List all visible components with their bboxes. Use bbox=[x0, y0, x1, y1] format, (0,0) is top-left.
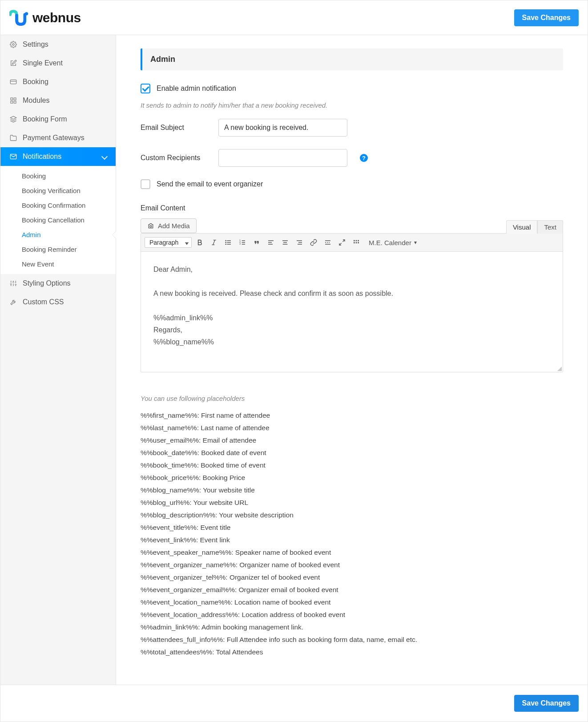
brand-name: webnus bbox=[32, 10, 81, 25]
save-button-bottom[interactable]: Save Changes bbox=[514, 695, 579, 712]
svg-rect-2 bbox=[10, 80, 16, 84]
email-content-textarea[interactable]: Dear Admin, A new booking is received. P… bbox=[141, 252, 563, 372]
sub-item-booking-cancellation[interactable]: Booking Cancellation bbox=[0, 213, 116, 227]
help-icon[interactable]: ? bbox=[360, 154, 368, 162]
svg-point-1 bbox=[12, 44, 14, 45]
edit-icon bbox=[9, 59, 17, 67]
placeholder-item: %%attendees_full_info%%: Full Attendee i… bbox=[141, 634, 563, 645]
placeholder-item: %%event_link%%: Event link bbox=[141, 535, 563, 545]
sidebar-item-notifications[interactable]: Notifications bbox=[0, 147, 116, 166]
bullet-list-button[interactable] bbox=[222, 236, 234, 249]
align-left-button[interactable] bbox=[265, 236, 277, 249]
placeholders-list: %%first_name%%: First name of attendee%%… bbox=[141, 410, 563, 657]
svg-line-48 bbox=[339, 243, 342, 245]
rich-text-editor: Paragraph 123 M.E. Calender bbox=[141, 233, 563, 372]
svg-rect-5 bbox=[14, 98, 16, 100]
placeholder-item: %%event_organizer_tel%%: Organizer tel o… bbox=[141, 572, 563, 583]
sub-item-admin[interactable]: Admin bbox=[0, 227, 116, 242]
enable-admin-notification-label: Enable admin notification bbox=[157, 85, 236, 93]
enable-admin-notification-checkbox[interactable] bbox=[141, 84, 150, 93]
link-button[interactable] bbox=[307, 236, 320, 249]
svg-rect-7 bbox=[11, 101, 13, 103]
editor-tabs: Visual Text bbox=[506, 220, 563, 234]
placeholder-item: %%total_attendees%%: Total Attendees bbox=[141, 647, 563, 657]
send-to-organizer-label: Send the email to event organizer bbox=[157, 180, 263, 188]
sub-item-booking-confirmation[interactable]: Booking Confirmation bbox=[0, 198, 116, 213]
svg-rect-4 bbox=[11, 98, 13, 100]
chevron-down-icon bbox=[101, 153, 108, 160]
content-area: Admin Enable admin notification It sends… bbox=[116, 35, 588, 685]
grid-icon bbox=[9, 97, 17, 105]
placeholder-item: %%admin_link%%: Admin booking management… bbox=[141, 622, 563, 633]
bold-button[interactable] bbox=[193, 236, 206, 249]
header: webnus ® Save Changes bbox=[0, 0, 588, 35]
editor-toolbar: Paragraph 123 M.E. Calender bbox=[141, 234, 563, 252]
blockquote-button[interactable] bbox=[250, 236, 263, 249]
logo-icon bbox=[9, 10, 29, 26]
numbered-list-button[interactable]: 123 bbox=[236, 236, 249, 249]
send-to-organizer-checkbox[interactable] bbox=[141, 179, 150, 189]
sidebar-item-custom-css[interactable]: Custom CSS bbox=[0, 293, 116, 311]
toolbar-toggle-button[interactable] bbox=[350, 236, 362, 249]
sub-item-new-event[interactable]: New Event bbox=[0, 257, 116, 271]
custom-recipients-label: Custom Recipients bbox=[141, 154, 209, 162]
sidebar: Settings Single Event Booking Modules Bo… bbox=[0, 35, 116, 685]
email-subject-input[interactable] bbox=[218, 119, 347, 137]
placeholder-item: %%event_title%%: Event title bbox=[141, 522, 563, 533]
placeholder-item: %%first_name%%: First name of attendee bbox=[141, 410, 563, 421]
svg-point-19 bbox=[150, 225, 152, 227]
tab-visual[interactable]: Visual bbox=[506, 220, 538, 234]
me-calendar-dropdown[interactable]: M.E. Calender bbox=[369, 239, 417, 246]
svg-rect-50 bbox=[356, 240, 357, 242]
sidebar-item-label: Booking bbox=[23, 78, 48, 86]
sidebar-item-label: Modules bbox=[23, 97, 49, 105]
add-media-button[interactable]: Add Media bbox=[141, 218, 197, 233]
save-button-top[interactable]: Save Changes bbox=[514, 9, 579, 26]
sidebar-item-modules[interactable]: Modules bbox=[0, 91, 116, 110]
add-media-label: Add Media bbox=[158, 222, 190, 230]
resize-handle[interactable] bbox=[557, 367, 562, 371]
svg-line-47 bbox=[342, 240, 345, 242]
placeholder-item: %%event_location_name%%: Location name o… bbox=[141, 597, 563, 608]
placeholder-item: %%blog_name%%: Your website title bbox=[141, 485, 563, 496]
svg-point-28 bbox=[226, 244, 226, 244]
sidebar-item-single-event[interactable]: Single Event bbox=[0, 54, 116, 73]
sidebar-item-label: Booking Form bbox=[23, 115, 67, 123]
placeholder-item: %%event_organizer_name%%: Organizer name… bbox=[141, 560, 563, 570]
media-icon bbox=[147, 222, 154, 230]
placeholder-item: %%event_location_address%%: Location add… bbox=[141, 609, 563, 620]
align-right-button[interactable] bbox=[293, 236, 306, 249]
read-more-button[interactable] bbox=[322, 236, 334, 249]
sub-item-booking-reminder[interactable]: Booking Reminder bbox=[0, 242, 116, 257]
gear-icon bbox=[9, 40, 17, 48]
sidebar-item-booking-form[interactable]: Booking Form bbox=[0, 110, 116, 129]
svg-rect-6 bbox=[14, 101, 16, 103]
sidebar-item-label: Settings bbox=[23, 40, 48, 48]
sidebar-submenu: Booking Booking Verification Booking Con… bbox=[0, 166, 116, 274]
sidebar-item-styling[interactable]: Styling Options bbox=[0, 274, 116, 293]
footer: Save Changes bbox=[0, 685, 588, 722]
sliders-icon bbox=[9, 279, 17, 287]
custom-recipients-input[interactable] bbox=[218, 149, 347, 167]
sub-item-booking-verification[interactable]: Booking Verification bbox=[0, 183, 116, 198]
panel-title: Admin bbox=[141, 48, 563, 70]
sidebar-item-label: Single Event bbox=[23, 59, 63, 67]
placeholder-item: %%book_price%%: Booking Price bbox=[141, 472, 563, 483]
fullscreen-button[interactable] bbox=[336, 236, 348, 249]
placeholder-item: %%book_date%%: Booked date of event bbox=[141, 448, 563, 458]
wrench-icon bbox=[9, 298, 17, 306]
placeholders-intro: You can use following placeholders bbox=[141, 395, 563, 402]
placeholder-item: %%user_email%%: Email of attendee bbox=[141, 435, 563, 446]
tab-text[interactable]: Text bbox=[537, 220, 563, 234]
sidebar-item-payment-gateways[interactable]: Payment Gateways bbox=[0, 129, 116, 147]
sub-item-booking[interactable]: Booking bbox=[0, 169, 116, 183]
align-center-button[interactable] bbox=[279, 236, 291, 249]
svg-line-22 bbox=[213, 240, 215, 245]
paragraph-select[interactable]: Paragraph bbox=[145, 237, 192, 248]
folder-icon bbox=[9, 134, 17, 142]
sidebar-item-booking[interactable]: Booking bbox=[0, 73, 116, 91]
italic-button[interactable] bbox=[208, 236, 220, 249]
placeholder-item: %%blog_url%%: Your website URL bbox=[141, 497, 563, 508]
sidebar-item-settings[interactable]: Settings bbox=[0, 35, 116, 54]
placeholder-item: %%blog_description%%: Your website descr… bbox=[141, 510, 563, 520]
